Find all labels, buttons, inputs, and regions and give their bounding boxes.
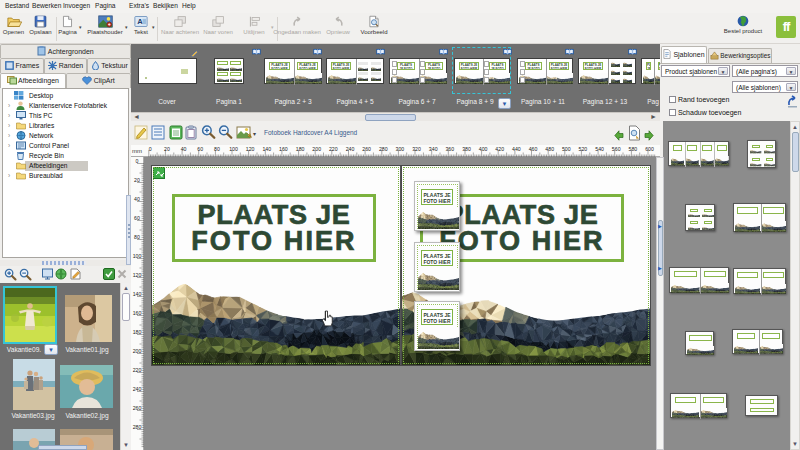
- svg-text:100: 100: [229, 146, 238, 152]
- svg-text:600: 600: [645, 146, 654, 152]
- svg-text:140: 140: [133, 291, 142, 297]
- svg-text:A: A: [137, 17, 143, 26]
- svg-text:440: 440: [512, 146, 521, 152]
- svg-text:240: 240: [133, 386, 142, 392]
- svg-text:220: 220: [329, 146, 338, 152]
- svg-text:580: 580: [629, 146, 638, 152]
- svg-text:420: 420: [495, 146, 504, 152]
- svg-text:160: 160: [133, 310, 142, 316]
- svg-text:500: 500: [562, 146, 571, 152]
- svg-text:380: 380: [462, 146, 471, 152]
- svg-text:460: 460: [529, 146, 538, 152]
- svg-text:400: 400: [479, 146, 488, 152]
- svg-text:120: 120: [133, 272, 142, 278]
- svg-text:200: 200: [133, 348, 142, 354]
- svg-text:520: 520: [579, 146, 588, 152]
- svg-text:180: 180: [296, 146, 305, 152]
- svg-text:0: 0: [136, 158, 139, 164]
- svg-text:280: 280: [379, 146, 388, 152]
- svg-text:340: 340: [429, 146, 438, 152]
- svg-text:120: 120: [246, 146, 255, 152]
- svg-text:240: 240: [346, 146, 355, 152]
- svg-text:260: 260: [133, 405, 142, 411]
- svg-text:540: 540: [595, 146, 604, 152]
- svg-text:180: 180: [133, 329, 142, 335]
- svg-text:20: 20: [134, 177, 140, 183]
- svg-text:140: 140: [262, 146, 271, 152]
- svg-text:0: 0: [149, 146, 152, 152]
- svg-text:320: 320: [412, 146, 421, 152]
- svg-text:40: 40: [181, 146, 187, 152]
- svg-text:480: 480: [545, 146, 554, 152]
- svg-text:40: 40: [134, 196, 140, 202]
- svg-text:280: 280: [133, 424, 142, 430]
- svg-text:60: 60: [197, 146, 203, 152]
- svg-text:160: 160: [279, 146, 288, 152]
- svg-text:100: 100: [133, 253, 142, 259]
- svg-text:60: 60: [134, 215, 140, 221]
- svg-text:260: 260: [362, 146, 371, 152]
- svg-text:360: 360: [445, 146, 454, 152]
- svg-text:80: 80: [134, 234, 140, 240]
- svg-text:80: 80: [214, 146, 220, 152]
- svg-text:300: 300: [396, 146, 405, 152]
- svg-text:560: 560: [612, 146, 621, 152]
- svg-text:200: 200: [312, 146, 321, 152]
- svg-text:20: 20: [164, 146, 170, 152]
- svg-text:220: 220: [133, 367, 142, 373]
